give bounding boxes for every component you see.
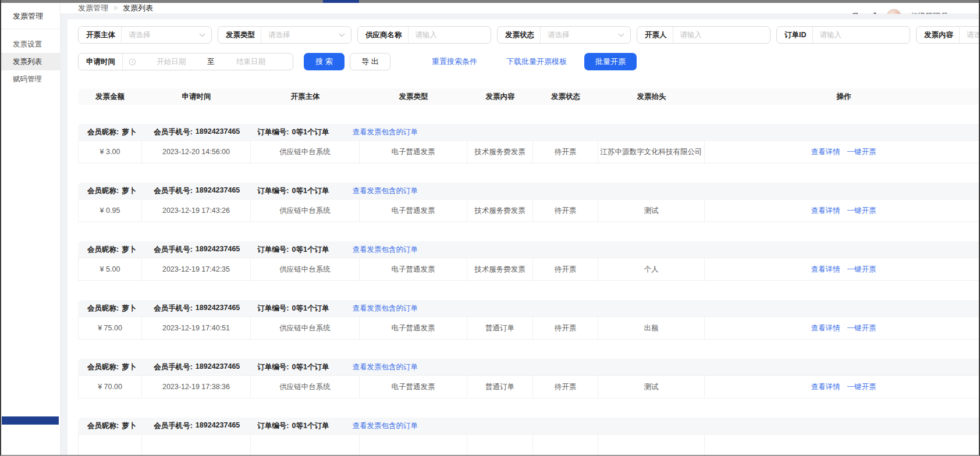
group-header-band: 会员昵称: 萝卜 会员手机号: 18924237465 订单编号: 0等1个订单… (78, 124, 980, 140)
filter-input[interactable]: 请输入 (673, 30, 770, 40)
breadcrumb-current: 发票列表 (123, 3, 153, 13)
reset-search-link[interactable]: 重置搜索条件 (432, 56, 477, 67)
breadcrumb-parent[interactable]: 发票管理 (78, 3, 108, 13)
filter-input[interactable]: 请选择 (122, 30, 199, 40)
order-value: 0等1个订单 (292, 127, 329, 137)
cell-apply-time: 2023-12-19 17:42:35 (142, 258, 251, 280)
member-nickname: 会员昵称: 萝卜 (87, 245, 136, 255)
view-details-link[interactable]: 查看详情 (811, 265, 840, 275)
apply-time-range-picker: 申请时间 开始日期 至 结束日期 (78, 53, 293, 70)
view-included-orders-link[interactable]: 查看发票包含的订单 (352, 127, 418, 137)
view-included-orders-link[interactable]: 查看发票包含的订单 (352, 186, 418, 196)
cell-invoice-subject: 供应链中台系统 (251, 317, 360, 339)
nickname-label: 会员昵称: (87, 304, 119, 314)
cell-invoice-title: 测试 (598, 376, 705, 398)
invoice-group: 会员昵称: 萝卜 会员手机号: 18924237465 订单编号: 0等1个订单… (78, 183, 980, 222)
nickname-value: 萝卜 (122, 245, 136, 255)
view-included-orders-link[interactable]: 查看发票包含的订单 (352, 245, 418, 255)
order-value: 0等1个订单 (292, 362, 329, 372)
invoice-group: 会员昵称: 萝卜 会员手机号: 18924237465 订单编号: 0等1个订单… (78, 300, 980, 340)
filter-input[interactable]: 请选择 (960, 30, 980, 40)
sidebar-horizontal-scrollbar-thumb[interactable] (2, 416, 59, 425)
invoice-row: ¥ 5.00 2023-12-19 17:42:35 供应链中台系统 电子普通发… (78, 258, 980, 281)
end-date-input[interactable]: 结束日期 (216, 57, 286, 67)
cell-apply-time: 2023-12-19 17:38:36 (142, 376, 251, 398)
cell-actions: 查看详情 一键开票 (705, 376, 980, 398)
nickname-value: 萝卜 (122, 362, 136, 372)
table-column-header: 发票状态 (533, 92, 598, 102)
breadcrumb-separator: > (113, 4, 118, 12)
member-nickname: 会员昵称: 萝卜 (87, 421, 136, 431)
filter-field: 开票人 请输入 (637, 26, 770, 44)
group-header-band: 会员昵称: 萝卜 会员手机号: 18924237465 订单编号: 0等1个订单… (78, 183, 980, 199)
phone-value: 18924237465 (196, 245, 240, 255)
batch-invoice-button[interactable]: 批量开票 (584, 53, 637, 70)
cell-invoice-title (598, 434, 705, 456)
view-details-link[interactable]: 查看详情 (811, 147, 840, 157)
export-button[interactable]: 导 出 (350, 53, 390, 70)
filter-input[interactable]: 请输入 (813, 30, 910, 40)
filter-label: 发票内容 (917, 30, 959, 40)
one-click-invoice-link[interactable]: 一键开票 (847, 265, 876, 275)
one-click-invoice-link[interactable]: 一键开票 (847, 206, 876, 216)
sidebar-item[interactable]: 发票设置 (1, 35, 60, 53)
cell-invoice-content: 普通订单 (467, 376, 533, 398)
group-header-band: 会员昵称: 萝卜 会员手机号: 18924237465 订单编号: 0等1个订单… (78, 241, 980, 258)
member-phone: 会员手机号: 18924237465 (154, 304, 240, 314)
cell-invoice-subject: 供应链中台系统 (251, 141, 360, 163)
view-included-orders-link[interactable]: 查看发票包含的订单 (352, 304, 418, 314)
one-click-invoice-link[interactable]: 一键开票 (847, 382, 876, 392)
cell-invoice-type: 电子普通发票 (360, 141, 467, 163)
sidebar-item-label: 赋码管理 (13, 75, 42, 83)
order-number: 订单编号: 0等1个订单 (257, 127, 329, 137)
apply-time-label: 申请时间 (79, 57, 122, 67)
filter-input[interactable]: 请选择 (261, 30, 339, 40)
view-included-orders-link[interactable]: 查看发票包含的订单 (352, 421, 418, 431)
order-number: 订单编号: 0等1个订单 (257, 421, 329, 431)
invoice-group: 会员昵称: 萝卜 会员手机号: 18924237465 订单编号: 0等1个订单… (78, 124, 980, 163)
cell-invoice-amount (79, 434, 142, 456)
download-batch-template-link[interactable]: 下载批量开票模板 (506, 56, 567, 67)
order-number: 订单编号: 0等1个订单 (257, 245, 329, 255)
cell-invoice-type: 电子普通发票 (360, 200, 467, 222)
sidebar-title: 发票管理 (1, 3, 60, 29)
table-body: 会员昵称: 萝卜 会员手机号: 18924237465 订单编号: 0等1个订单… (78, 124, 980, 456)
filter-label: 供应商名称 (358, 30, 408, 40)
cell-actions: 查看详情 一键开票 (705, 258, 980, 280)
search-button[interactable]: 搜 索 (304, 53, 345, 70)
cell-invoice-content (467, 434, 533, 456)
start-date-input[interactable]: 开始日期 (136, 57, 206, 67)
member-phone: 会员手机号: 18924237465 (154, 421, 240, 431)
filter-input[interactable]: 请输入 (409, 30, 491, 40)
chevron-down-icon[interactable] (199, 33, 205, 37)
cell-invoice-content: 技术服务费发票 (467, 141, 533, 163)
view-details-link[interactable]: 查看详情 (811, 206, 840, 216)
phone-label: 会员手机号: (154, 304, 193, 314)
chevron-down-icon[interactable] (339, 33, 345, 37)
filter-label: 发票状态 (498, 30, 540, 40)
cell-invoice-subject: 供应链中台系统 (251, 376, 360, 398)
cell-invoice-content: 技术服务费发票 (467, 258, 533, 280)
sidebar-item[interactable]: 赋码管理 (1, 70, 60, 88)
view-included-orders-link[interactable]: 查看发票包含的订单 (352, 362, 418, 372)
table-header-row: 发票金额申请时间开票主体发票类型发票内容发票状态发票抬头操作 (78, 88, 980, 105)
filter-field: 发票类型 请选择 (218, 26, 351, 44)
invoice-row (78, 434, 980, 456)
view-details-link[interactable]: 查看详情 (811, 382, 840, 392)
one-click-invoice-link[interactable]: 一键开票 (847, 147, 876, 157)
sidebar-item[interactable]: 发票列表 (1, 53, 60, 70)
phone-label: 会员手机号: (154, 362, 193, 372)
nickname-label: 会员昵称: (87, 362, 119, 372)
filter-input[interactable]: 请选择 (541, 30, 618, 40)
order-label: 订单编号: (257, 127, 289, 137)
one-click-invoice-link[interactable]: 一键开票 (847, 323, 876, 333)
invoice-group: 会员昵称: 萝卜 会员手机号: 18924237465 订单编号: 0等1个订单… (78, 241, 980, 281)
filter-label: 开票主体 (79, 30, 121, 40)
app-window: 发票管理 发票设置 发票列表 赋码管理 发票管理 > 发票列表 (0, 0, 980, 456)
invoice-row: ¥ 3.00 2023-12-20 14:56:00 供应链中台系统 电子普通发… (78, 140, 980, 163)
filter-row-1: 开票主体 请选择 发票类型 请选择 供应商名称 请输入 发票状态 请选择 开票人… (78, 26, 980, 44)
table-column-header: 发票金额 (78, 92, 142, 102)
cell-actions: 查看详情 一键开票 (705, 317, 980, 339)
chevron-down-icon[interactable] (618, 33, 624, 37)
view-details-link[interactable]: 查看详情 (811, 323, 840, 333)
